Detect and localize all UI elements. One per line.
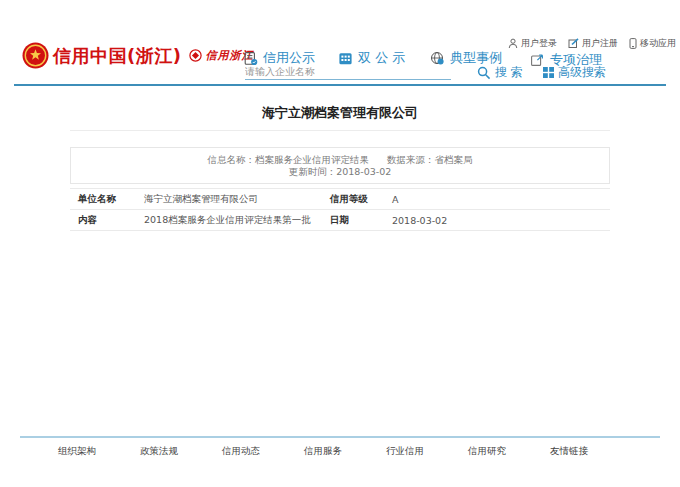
user-icon <box>508 38 518 49</box>
record-table: 单位名称 海宁立潮档案管理有限公司 信用等级 A 内容 2018档案服务企业信用… <box>70 188 610 231</box>
footer-link-credit-research[interactable]: 信用研究 <box>468 445 506 458</box>
top-utility-links: 用户登录 用户注册 移动应用 <box>508 37 676 50</box>
advanced-search-label: 高级搜索 <box>558 64 606 81</box>
footer-link-organization[interactable]: 组织架构 <box>58 445 96 458</box>
search-button[interactable]: 搜 索 <box>477 64 523 81</box>
unit-name-label: 单位名称 <box>70 189 136 210</box>
header-divider <box>14 84 666 86</box>
footer-link-credit-services[interactable]: 信用服务 <box>304 445 342 458</box>
unit-name-value: 海宁立潮档案管理有限公司 <box>136 189 322 210</box>
footer-link-friendly-links[interactable]: 友情链接 <box>550 445 588 458</box>
record-meta-line1: 信息名称：档案服务企业信用评定结果数据来源：省档案局 <box>71 154 609 166</box>
site-logo[interactable]: 信用中国(浙江) 信用浙江 <box>22 42 253 69</box>
date-label: 日期 <box>322 210 384 231</box>
table-row: 内容 2018档案服务企业信用评定结果第一批 日期 2018-03-02 <box>70 210 610 231</box>
page-title: 海宁立潮档案管理有限公司 <box>0 104 680 122</box>
record-meta-line2: 更新时间：2018-03-02 <box>71 166 609 178</box>
search-icon <box>477 66 491 80</box>
user-register-label: 用户注册 <box>582 37 618 50</box>
footer-link-industry-credit[interactable]: 行业信用 <box>386 445 424 458</box>
update-time: 更新时间：2018-03-02 <box>289 166 392 177</box>
title-divider <box>70 130 610 131</box>
national-emblem-icon <box>22 42 49 69</box>
mobile-icon <box>629 38 637 49</box>
mobile-app-label: 移动应用 <box>640 37 676 50</box>
credit-grade-label: 信用等级 <box>322 189 384 210</box>
credit-zhejiang-icon <box>189 49 202 62</box>
search-input[interactable] <box>245 63 451 80</box>
info-name: 信息名称：档案服务企业信用评定结果 <box>208 154 370 165</box>
advanced-search-button[interactable]: 高级搜索 <box>543 64 606 81</box>
search-button-label: 搜 索 <box>495 64 523 81</box>
grid-icon <box>543 67 554 78</box>
user-login-label: 用户登录 <box>521 37 557 50</box>
data-source: 数据来源：省档案局 <box>387 154 473 165</box>
footer-link-credit-news[interactable]: 信用动态 <box>222 445 260 458</box>
user-login-link[interactable]: 用户登录 <box>508 37 557 50</box>
table-row: 单位名称 海宁立潮档案管理有限公司 信用等级 A <box>70 189 610 210</box>
record-meta-box: 信息名称：档案服务企业信用评定结果数据来源：省档案局 更新时间：2018-03-… <box>70 147 610 184</box>
content-label: 内容 <box>70 210 136 231</box>
footer-link-policies[interactable]: 政策法规 <box>140 445 178 458</box>
page: 信用中国(浙江) 信用浙江 用户登录 <box>0 0 680 487</box>
register-icon <box>568 38 579 49</box>
date-value: 2018-03-02 <box>384 210 610 231</box>
user-register-link[interactable]: 用户注册 <box>568 37 618 50</box>
footer-divider <box>20 436 660 438</box>
content-value: 2018档案服务企业信用评定结果第一批 <box>136 210 322 231</box>
logo-title: 信用中国(浙江) <box>53 44 181 68</box>
credit-grade-value: A <box>384 189 610 210</box>
footer-links: 组织架构 政策法规 信用动态 信用服务 行业信用 信用研究 友情链接 <box>58 445 588 458</box>
mobile-app-link[interactable]: 移动应用 <box>629 37 676 50</box>
